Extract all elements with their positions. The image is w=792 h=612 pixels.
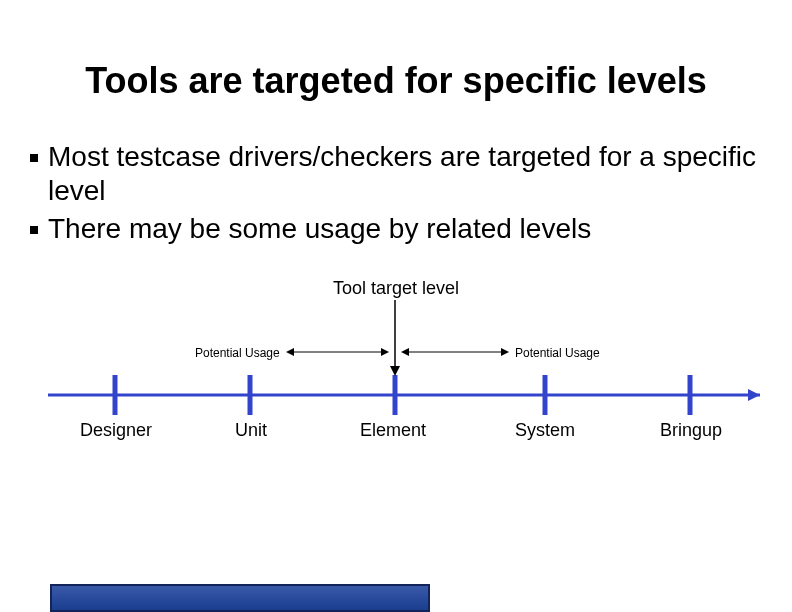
arrowhead-left-icon xyxy=(401,348,409,356)
levels-diagram xyxy=(0,0,792,612)
arrowhead-right-icon xyxy=(381,348,389,356)
footer-bar xyxy=(50,584,430,612)
arrowhead-down-icon xyxy=(390,366,400,376)
arrowhead-icon xyxy=(748,389,760,401)
arrowhead-right-icon xyxy=(501,348,509,356)
arrowhead-left-icon xyxy=(286,348,294,356)
